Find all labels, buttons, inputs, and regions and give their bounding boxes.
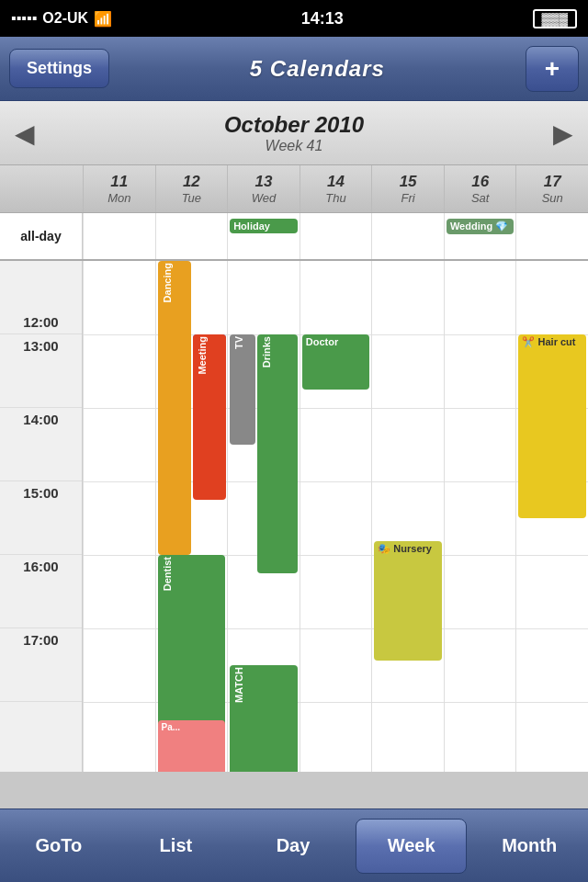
- tab-goto[interactable]: GoTo: [4, 819, 114, 874]
- tab-list[interactable]: List: [121, 819, 232, 874]
- event-match[interactable]: MATCH: [230, 665, 298, 772]
- day-col-wed[interactable]: TV Drinks MATCH: [227, 261, 300, 772]
- battery-icon: ▓▓▓: [533, 9, 577, 28]
- allday-event-wedding[interactable]: Wedding 💎: [447, 219, 514, 234]
- day-header-sat: 16 Sat: [444, 165, 516, 212]
- wifi-icon: 📶: [94, 10, 112, 28]
- allday-cell-fri[interactable]: [371, 213, 444, 259]
- allday-event-holiday[interactable]: Holiday: [230, 219, 298, 233]
- event-nursery[interactable]: 🎭 Nursery: [374, 541, 442, 661]
- event-party[interactable]: Pa...: [158, 720, 226, 772]
- status-left: ▪▪▪▪▪ O2-UK 📶: [11, 10, 112, 28]
- event-drinks[interactable]: Drinks: [257, 334, 298, 573]
- allday-cell-wed[interactable]: Holiday: [227, 213, 300, 259]
- time-slot-1600: 16:00: [0, 555, 82, 628]
- next-month-button[interactable]: ▶: [538, 118, 588, 148]
- event-dancing[interactable]: Dancing: [158, 261, 191, 555]
- settings-button[interactable]: Settings: [9, 49, 109, 88]
- day-headers: 11 Mon 12 Tue 13 Wed 14 Thu 15 Fri 16 Sa…: [0, 165, 588, 213]
- time-column: 12:00 13:00 14:00 15:00 16:00 17:00: [0, 261, 83, 772]
- time-slot-end: [0, 702, 82, 772]
- time-col-header: [0, 165, 83, 212]
- signal-icon: ▪▪▪▪▪: [11, 10, 37, 27]
- allday-row: all-day Holiday Wedding 💎: [0, 213, 588, 261]
- allday-label: all-day: [0, 213, 83, 259]
- nav-bar: Settings 5 Calendars +: [0, 37, 588, 101]
- tab-week[interactable]: Week: [356, 819, 468, 874]
- allday-cell-sun[interactable]: [515, 213, 588, 259]
- allday-cell-thu[interactable]: [300, 213, 372, 259]
- prev-month-button[interactable]: ◀: [0, 118, 50, 148]
- day-col-thu[interactable]: Doctor: [300, 261, 372, 772]
- day-col-sat[interactable]: [444, 261, 516, 772]
- event-dentist[interactable]: Dentist: [158, 555, 226, 729]
- day-header-thu: 14 Thu: [300, 165, 372, 212]
- time-slot-1700: 17:00: [0, 628, 82, 702]
- status-right: ▓▓▓: [533, 9, 577, 28]
- month-header: ◀ October 2010 Week 41 ▶: [0, 101, 588, 165]
- event-haircut[interactable]: ✂️ Hair cut: [518, 334, 586, 518]
- day-header-sun: 17 Sun: [515, 165, 588, 212]
- tab-month[interactable]: Month: [474, 819, 584, 874]
- calendar-grid: 12:00 13:00 14:00 15:00 16:00 17:00: [0, 261, 588, 772]
- time-slot-1300: 13:00: [0, 334, 82, 408]
- tab-day[interactable]: Day: [238, 819, 348, 874]
- day-header-tue: 12 Tue: [155, 165, 228, 212]
- day-header-fri: 15 Fri: [371, 165, 444, 212]
- day-col-tue[interactable]: Dancing Painting Meeting Dentist Pa...: [155, 261, 228, 772]
- status-time: 14:13: [301, 9, 344, 28]
- carrier-label: O2-UK: [42, 10, 88, 27]
- day-header-wed: 13 Wed: [227, 165, 300, 212]
- event-tv[interactable]: TV: [230, 334, 255, 445]
- nav-title: 5 Calendars: [250, 56, 385, 82]
- allday-cell-sat[interactable]: Wedding 💎: [444, 213, 516, 259]
- day-col-mon[interactable]: [83, 261, 155, 772]
- add-button[interactable]: +: [526, 46, 579, 92]
- time-slot-1200: 12:00: [0, 261, 82, 334]
- allday-cell-tue[interactable]: [155, 213, 228, 259]
- status-bar: ▪▪▪▪▪ O2-UK 📶 14:13 ▓▓▓: [0, 0, 588, 37]
- day-header-mon: 11 Mon: [83, 165, 155, 212]
- week-label: Week 41: [266, 138, 323, 154]
- event-meeting[interactable]: Meeting: [193, 334, 226, 500]
- day-col-sun[interactable]: ✂️ Hair cut: [515, 261, 588, 772]
- tab-bar: GoTo List Day Week Month: [0, 808, 588, 882]
- event-doctor[interactable]: Doctor: [302, 334, 370, 390]
- time-slot-1500: 15:00: [0, 481, 82, 555]
- allday-cell-mon[interactable]: [83, 213, 155, 259]
- days-area: Dancing Painting Meeting Dentist Pa...: [83, 261, 588, 772]
- day-col-fri[interactable]: 🎭 Nursery: [371, 261, 444, 772]
- time-slot-1400: 14:00: [0, 408, 82, 481]
- month-title: October 2010: [224, 112, 364, 138]
